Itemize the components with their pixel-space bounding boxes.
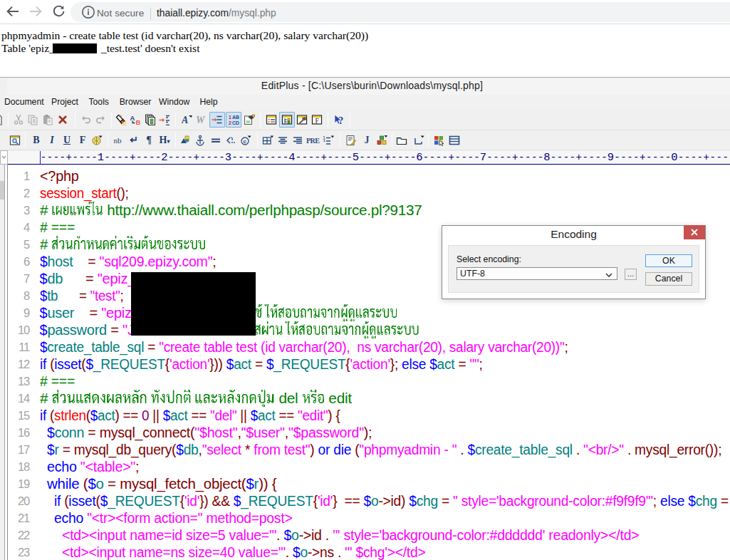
info-icon[interactable] bbox=[80, 4, 97, 21]
security-label[interactable]: Not secure bbox=[97, 8, 144, 19]
find-icon[interactable] bbox=[115, 114, 127, 125]
image-icon[interactable] bbox=[179, 135, 191, 146]
form-icon[interactable] bbox=[345, 135, 357, 146]
code-token: 0 bbox=[142, 408, 149, 423]
code-token: _REQUEST bbox=[93, 356, 165, 372]
function-window-icon[interactable]: F bbox=[311, 114, 323, 125]
directory-window-icon[interactable] bbox=[266, 114, 277, 125]
auto-indent-icon[interactable] bbox=[212, 114, 223, 125]
menu-project[interactable]: Project bbox=[51, 95, 78, 110]
code-token: "create table test (id varchar(20), ns v… bbox=[159, 339, 564, 355]
line-number: 15 bbox=[8, 407, 29, 424]
list-icon-icon[interactable]: 1 bbox=[323, 135, 334, 146]
delete-icon[interactable] bbox=[57, 114, 68, 125]
line-numbers-icon[interactable]: 1AB2CD bbox=[228, 114, 239, 125]
preferences-icon[interactable] bbox=[244, 114, 255, 125]
code-token: . bbox=[285, 544, 292, 560]
svg-text:1: 1 bbox=[229, 115, 231, 120]
forward-icon[interactable] bbox=[27, 3, 44, 20]
browse-button[interactable]: ... bbox=[625, 269, 637, 280]
nb-icon[interactable]: nb bbox=[112, 135, 123, 146]
thai-text-svg bbox=[51, 390, 274, 407]
editplus-toolbar-html: B I U F nb ↵ ¶ H▾ c PRE 1 J bbox=[0, 130, 730, 150]
table-icon[interactable] bbox=[262, 135, 273, 146]
address-bar[interactable]: Not secure thaiall.epizy.com/mysql.php bbox=[71, 2, 730, 22]
undo-icon[interactable] bbox=[80, 114, 91, 125]
toolbar-separator bbox=[175, 133, 176, 147]
code-text: <td><input name=ns size=40 value='". $o-… bbox=[62, 544, 425, 560]
find-in-files-icon[interactable] bbox=[145, 114, 156, 125]
line-number: 3 bbox=[8, 202, 29, 219]
goto-line-icon[interactable] bbox=[159, 114, 170, 125]
code-token: chg bbox=[417, 493, 438, 509]
redo-icon[interactable] bbox=[95, 114, 107, 125]
code-token: $ bbox=[467, 442, 474, 457]
reload-icon[interactable] bbox=[50, 3, 67, 20]
back-icon[interactable] bbox=[4, 3, 21, 20]
tool-window-icon[interactable] bbox=[296, 114, 308, 125]
bold-icon[interactable]: B bbox=[31, 135, 42, 146]
code-token: $ bbox=[40, 322, 48, 338]
javascript-icon[interactable]: J bbox=[361, 135, 372, 146]
display-font-icon[interactable]: A bbox=[182, 114, 193, 125]
code-token: $ bbox=[226, 356, 233, 372]
split-window-icon[interactable] bbox=[449, 135, 460, 146]
special-char-icon[interactable]: c bbox=[240, 135, 251, 146]
anchor-icon[interactable] bbox=[194, 135, 206, 146]
code-text: $conn = mysql_connect("$host","$user","$… bbox=[47, 424, 372, 441]
line-break-icon[interactable]: ↵ bbox=[128, 135, 140, 146]
new-document-partial-icon[interactable] bbox=[0, 114, 4, 125]
horizontal-rule-icon[interactable] bbox=[210, 135, 221, 146]
url-text[interactable]: thaiall.epizy.com/mysql.php bbox=[157, 8, 276, 19]
menu-browser[interactable]: Browser bbox=[120, 95, 152, 110]
target-frame-icon[interactable] bbox=[413, 135, 424, 146]
editplus-toolbar-main: AB A W 1AB2CD F ? bbox=[0, 110, 730, 130]
align-center-icon[interactable] bbox=[277, 135, 288, 146]
cliptext-window-icon[interactable] bbox=[281, 114, 293, 125]
comment-icon[interactable] bbox=[225, 135, 236, 146]
italic-glyph: I bbox=[50, 135, 53, 145]
code-text: $tb = "test"; bbox=[40, 287, 123, 304]
word-wrap-w-icon[interactable]: W bbox=[196, 114, 207, 125]
copy-icon[interactable] bbox=[27, 114, 38, 125]
encoding-select[interactable]: UTF-8 bbox=[457, 267, 617, 280]
cut-icon[interactable] bbox=[13, 114, 24, 125]
code-token: act bbox=[170, 408, 187, 423]
code-token: else bbox=[402, 356, 429, 372]
align-right-icon[interactable] bbox=[292, 135, 303, 146]
code-token: ) == bbox=[115, 408, 142, 423]
code-token: = bbox=[107, 322, 122, 338]
menu-tools[interactable]: Tools bbox=[89, 95, 109, 110]
code-token: $ bbox=[688, 493, 695, 509]
menu-help[interactable]: Help bbox=[200, 95, 218, 110]
menu-window[interactable]: Window bbox=[159, 95, 189, 110]
context-help-icon[interactable]: ? bbox=[333, 114, 345, 125]
svg-text:AB: AB bbox=[232, 115, 239, 120]
italic-icon[interactable]: I bbox=[46, 135, 58, 146]
ok-button[interactable]: OK bbox=[645, 254, 692, 267]
paragraph-icon[interactable]: ¶ bbox=[143, 135, 155, 146]
replace-icon[interactable]: AB bbox=[130, 114, 141, 125]
pre-icon[interactable]: PRE bbox=[306, 135, 318, 146]
toolbar-separator bbox=[8, 113, 9, 127]
heading-icon[interactable]: H▾ bbox=[159, 135, 170, 146]
paste-icon[interactable] bbox=[42, 114, 53, 125]
folder-icon[interactable] bbox=[396, 135, 407, 146]
code-token: = bbox=[454, 356, 469, 372]
code-text-tail bbox=[254, 321, 419, 338]
code-token: ->id) bbox=[378, 493, 409, 509]
underline-icon[interactable]: U bbox=[61, 135, 73, 146]
thai-text-svg bbox=[254, 321, 419, 338]
code-token: isset bbox=[68, 493, 95, 509]
cancel-button[interactable]: Cancel bbox=[645, 272, 692, 286]
dialog-close-button[interactable] bbox=[684, 225, 705, 239]
menu-document[interactable]: Document bbox=[4, 95, 44, 110]
line-number: 23 bbox=[8, 544, 29, 560]
windows-colors-icon[interactable] bbox=[433, 135, 444, 146]
color-picker-icon[interactable] bbox=[91, 135, 103, 146]
font-icon[interactable]: F bbox=[77, 135, 88, 146]
toolbar-separator bbox=[392, 133, 392, 147]
browser-preview-icon[interactable] bbox=[9, 135, 21, 146]
objects-icon[interactable] bbox=[376, 135, 387, 146]
line-number: 18 bbox=[8, 458, 29, 475]
